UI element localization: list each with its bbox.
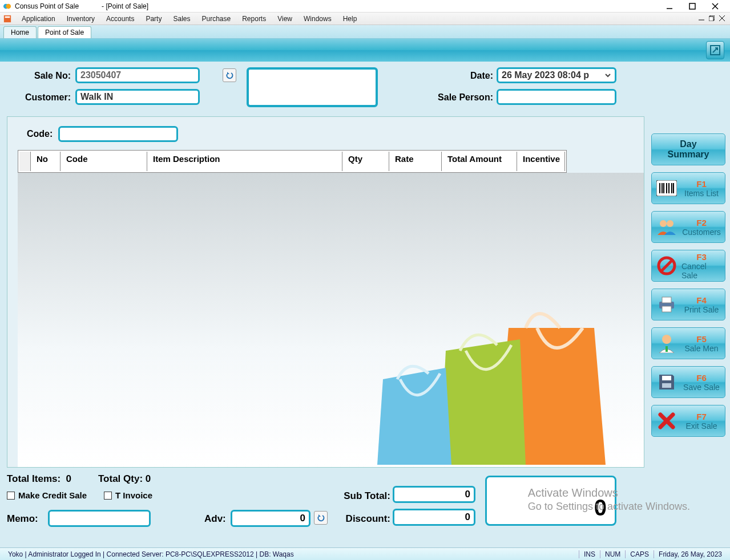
undo-button[interactable] xyxy=(223,68,236,82)
f1-label: Items List xyxy=(684,189,719,198)
date-picker[interactable]: 26 May 2023 08:04 p xyxy=(497,67,616,83)
f2-label: Customers xyxy=(682,228,721,237)
f3-label: Cancel Sale xyxy=(681,262,721,280)
sale-no-value: 23050407 xyxy=(80,70,121,80)
col-inc[interactable]: Incentive xyxy=(518,152,565,171)
note-box[interactable] xyxy=(247,67,378,107)
cancel-sale-button[interactable]: F3Cancel Sale xyxy=(651,250,725,282)
f6-label: Save Sale xyxy=(683,383,720,392)
menu-help[interactable]: Help xyxy=(337,14,363,24)
memo-label: Memo: xyxy=(7,513,38,525)
t-invoice-label: T Invoice xyxy=(115,490,152,500)
menu-sales[interactable]: Sales xyxy=(167,14,196,24)
status-ins: INS xyxy=(579,550,600,558)
t-invoice-checkbox[interactable]: T Invoice xyxy=(104,490,152,500)
customers-icon xyxy=(656,218,677,236)
items-table: No Code Item Description Qty Rate Total … xyxy=(18,150,567,173)
saleperson-input[interactable] xyxy=(497,89,616,105)
mdi-restore-icon[interactable] xyxy=(707,14,716,23)
discount-input[interactable]: 0 xyxy=(393,509,475,526)
items-table-body xyxy=(18,173,644,467)
svg-rect-10 xyxy=(709,17,713,21)
header-banner xyxy=(0,39,730,62)
save-sale-button[interactable]: F6Save Sale xyxy=(651,366,725,398)
menu-view[interactable]: View xyxy=(272,14,298,24)
tab-home[interactable]: Home xyxy=(3,26,37,38)
customers-button[interactable]: F2Customers xyxy=(651,211,725,243)
subtotal-label: Sub Total: xyxy=(328,490,390,502)
memo-input[interactable] xyxy=(48,510,151,527)
menu-party[interactable]: Party xyxy=(140,14,167,24)
f4-key: F4 xyxy=(696,295,707,305)
menu-accounts[interactable]: Accounts xyxy=(100,14,140,24)
adv-undo-button[interactable] xyxy=(314,511,328,525)
f5-label: Sale Men xyxy=(684,344,718,353)
mdi-close-icon[interactable] xyxy=(717,14,727,23)
expand-button[interactable] xyxy=(706,41,724,59)
sale-men-button[interactable]: F5Sale Men xyxy=(651,327,725,359)
status-date: Friday, 26 May, 2023 xyxy=(654,550,727,558)
row-selector-header xyxy=(19,152,31,171)
close-button[interactable] xyxy=(704,1,727,12)
customer-input[interactable]: Walk IN xyxy=(75,89,200,105)
total-qty-value: 0 xyxy=(146,473,151,484)
svg-line-25 xyxy=(661,260,672,271)
tab-point-of-sale[interactable]: Point of Sale xyxy=(38,26,91,38)
items-list-button[interactable]: F1Items List xyxy=(651,172,725,204)
minimize-button[interactable] xyxy=(658,1,681,12)
svg-rect-27 xyxy=(662,297,671,303)
discount-value: 0 xyxy=(465,512,470,523)
subtotal-value: 0 xyxy=(465,489,470,500)
col-qty[interactable]: Qty xyxy=(344,152,389,171)
day-summary-l1: Day xyxy=(680,139,696,149)
items-panel: Code: No Code Item Description Qty Rate … xyxy=(7,116,644,468)
svg-rect-30 xyxy=(666,346,668,352)
menu-inventory[interactable]: Inventory xyxy=(61,14,100,24)
make-credit-sale-label: Make Credit Sale xyxy=(18,490,87,500)
col-total[interactable]: Total Amount xyxy=(443,152,517,171)
total-qty-label: Total Qty: 0 xyxy=(98,473,151,485)
discount-label: Discount: xyxy=(328,513,390,525)
col-no[interactable]: No xyxy=(32,152,61,171)
day-summary-button[interactable]: Day Summary xyxy=(651,133,725,165)
menu-application[interactable]: Application xyxy=(16,14,61,24)
maximize-button[interactable] xyxy=(681,1,704,12)
subtotal-input[interactable]: 0 xyxy=(393,486,475,503)
date-value: 26 May 2023 08:04 p xyxy=(502,70,604,80)
status-caps: CAPS xyxy=(625,550,654,558)
checkbox-box xyxy=(7,492,15,500)
cancel-icon xyxy=(657,256,676,275)
menu-reports[interactable]: Reports xyxy=(236,14,272,24)
menu-windows[interactable]: Windows xyxy=(298,14,337,24)
action-sidebar: Day Summary F1Items List F2Customers F3C… xyxy=(651,133,725,444)
mdi-minimize-icon[interactable] xyxy=(697,14,706,23)
svg-rect-3 xyxy=(689,3,695,9)
code-label: Code: xyxy=(27,129,53,139)
adv-input[interactable]: 0 xyxy=(231,510,310,527)
total-items-label: Total Items: 0 xyxy=(7,473,71,485)
status-left: Yoko | Administrator Logged In | Connect… xyxy=(3,550,579,558)
adv-label: Adv: xyxy=(204,513,226,525)
f3-key: F3 xyxy=(696,252,707,262)
salesman-icon xyxy=(658,334,676,353)
menu-purchase[interactable]: Purchase xyxy=(196,14,236,24)
svg-point-22 xyxy=(660,220,667,227)
window-title-app: Consus Point of Sale xyxy=(15,2,79,10)
make-credit-sale-checkbox[interactable]: Make Credit Sale xyxy=(7,490,87,500)
col-code[interactable]: Code xyxy=(62,152,147,171)
day-summary-l2: Summary xyxy=(668,149,709,160)
f4-label: Print Sale xyxy=(684,305,719,314)
sale-no-input[interactable]: 23050407 xyxy=(75,67,200,83)
col-rate[interactable]: Rate xyxy=(390,152,442,171)
exit-sale-button[interactable]: F7Exit Sale xyxy=(651,405,725,437)
sale-no-label: Sale No: xyxy=(7,71,71,81)
undo-icon xyxy=(316,513,325,522)
customer-label: Customer: xyxy=(7,92,71,103)
code-input[interactable] xyxy=(58,126,178,142)
checkbox-box xyxy=(104,492,112,500)
print-sale-button[interactable]: F4Print Sale xyxy=(651,289,725,320)
svg-rect-28 xyxy=(662,306,671,312)
document-tabs: Home Point of Sale xyxy=(0,25,730,39)
shopping-bags-icon xyxy=(366,305,611,467)
col-desc[interactable]: Item Description xyxy=(148,152,342,171)
